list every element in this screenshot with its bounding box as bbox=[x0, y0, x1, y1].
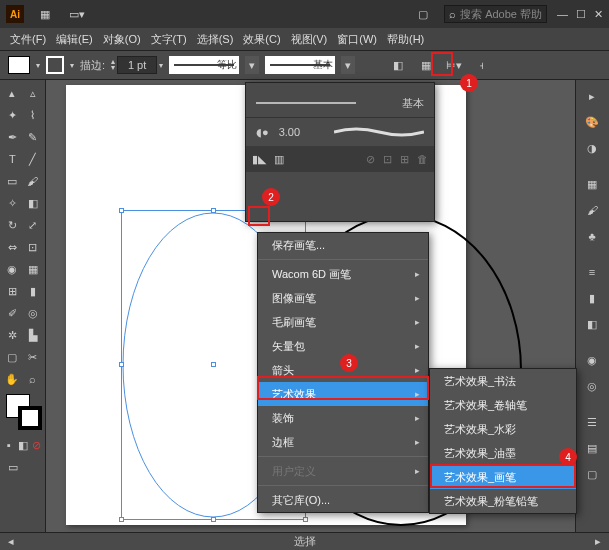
selection-tool[interactable]: ▴ bbox=[2, 82, 23, 104]
curvature-tool[interactable]: ✎ bbox=[23, 126, 44, 148]
close-button[interactable]: ✕ bbox=[594, 8, 603, 21]
brush-delete-icon[interactable]: 🗑 bbox=[417, 153, 428, 165]
shape-builder-tool[interactable]: ◉ bbox=[2, 258, 23, 280]
brush-dropdown[interactable]: ▾ bbox=[341, 56, 355, 74]
menu-bristle-brush[interactable]: 毛刷画笔 bbox=[258, 310, 428, 334]
menu-object[interactable]: 对象(O) bbox=[99, 30, 145, 49]
mesh-tool[interactable]: ⊞ bbox=[2, 280, 23, 302]
panel-artboards[interactable]: ▢ bbox=[578, 462, 606, 486]
stroke-swatch[interactable] bbox=[46, 56, 64, 74]
submenu-watercolor[interactable]: 艺术效果_水彩 bbox=[430, 417, 576, 441]
free-transform-tool[interactable]: ⊡ bbox=[23, 236, 44, 258]
lasso-tool[interactable]: ⌇ bbox=[23, 104, 44, 126]
menu-decorative[interactable]: 装饰 bbox=[258, 406, 428, 430]
stroke-dropdown[interactable]: ▾ bbox=[70, 61, 74, 70]
panel-swatches[interactable]: ▦ bbox=[578, 172, 606, 196]
panel-brushes[interactable]: 🖌 bbox=[578, 198, 606, 222]
brush-preview[interactable]: 基本 bbox=[265, 56, 335, 74]
panel-graphic-styles[interactable]: ◎ bbox=[578, 374, 606, 398]
menu-type[interactable]: 文字(T) bbox=[147, 30, 191, 49]
width-tool[interactable]: ⇔ bbox=[2, 236, 23, 258]
rectangle-tool[interactable]: ▭ bbox=[2, 170, 23, 192]
brush-libraries-menu-icon[interactable]: ▥ bbox=[274, 153, 284, 166]
screen-mode[interactable]: ▭ bbox=[2, 456, 24, 478]
brush-options-icon[interactable]: ⊡ bbox=[383, 153, 392, 166]
menu-wacom[interactable]: Wacom 6D 画笔 bbox=[258, 262, 428, 286]
slice-tool[interactable]: ✂ bbox=[23, 346, 44, 368]
menu-window[interactable]: 窗口(W) bbox=[333, 30, 381, 49]
maximize-button[interactable]: ☐ bbox=[576, 8, 586, 21]
menu-file[interactable]: 文件(F) bbox=[6, 30, 50, 49]
menu-select[interactable]: 选择(S) bbox=[193, 30, 238, 49]
opacity-icon[interactable]: ◧ bbox=[387, 54, 409, 76]
perspective-tool[interactable]: ▦ bbox=[23, 258, 44, 280]
fill-stroke-swatch[interactable] bbox=[6, 394, 42, 430]
panel-appearance[interactable]: ◉ bbox=[578, 348, 606, 372]
submenu-calligraphy[interactable]: 艺术效果_书法 bbox=[430, 369, 576, 393]
panel-assets[interactable]: ▤ bbox=[578, 436, 606, 460]
brush-3pt-row[interactable]: ◖● 3.00 bbox=[246, 118, 434, 146]
brush-new-icon[interactable]: ⊞ bbox=[400, 153, 409, 166]
statusbar-right-arrow[interactable]: ▸ bbox=[595, 535, 601, 548]
stroke-weight-input[interactable] bbox=[117, 56, 157, 74]
menu-borders[interactable]: 边框 bbox=[258, 430, 428, 454]
hand-tool[interactable]: ✋ bbox=[2, 368, 23, 390]
pen-tool[interactable]: ✒ bbox=[2, 126, 23, 148]
fill-dropdown[interactable]: ▾ bbox=[36, 61, 40, 70]
artboard-tool[interactable]: ▢ bbox=[2, 346, 23, 368]
shaper-tool[interactable]: ✧ bbox=[2, 192, 23, 214]
search-input[interactable]: ⌕ 搜索 Adobe 帮助 bbox=[444, 5, 547, 23]
menu-edit[interactable]: 编辑(E) bbox=[52, 30, 97, 49]
menu-image-brush[interactable]: 图像画笔 bbox=[258, 286, 428, 310]
brush-round-icon: ◖● bbox=[256, 126, 269, 139]
submenu-scroll-pen[interactable]: 艺术效果_卷轴笔 bbox=[430, 393, 576, 417]
panel-stroke[interactable]: ≡ bbox=[578, 260, 606, 284]
symbol-sprayer-tool[interactable]: ✲ bbox=[2, 324, 23, 346]
fill-swatch[interactable] bbox=[8, 56, 30, 74]
stroke-weight-dropdown[interactable]: ▾ bbox=[159, 61, 163, 70]
line-tool[interactable]: ╱ bbox=[23, 148, 44, 170]
color-mode[interactable]: ▪ bbox=[2, 434, 16, 456]
transform-icon[interactable]: ⫞ bbox=[471, 54, 493, 76]
menu-view[interactable]: 视图(V) bbox=[287, 30, 332, 49]
brush-basic-row[interactable]: 基本 bbox=[246, 89, 434, 117]
scale-tool[interactable]: ⤢ bbox=[23, 214, 44, 236]
menu-save-brushes[interactable]: 保存画笔... bbox=[258, 233, 428, 257]
panel-gradient[interactable]: ▮ bbox=[578, 286, 606, 310]
eyedropper-tool[interactable]: ✐ bbox=[2, 302, 23, 324]
profile-dropdown[interactable]: ▾ bbox=[245, 56, 259, 74]
menu-help[interactable]: 帮助(H) bbox=[383, 30, 428, 49]
stroke-spinner[interactable]: ▴▾ bbox=[111, 59, 115, 71]
panel-color-guide[interactable]: ◑ bbox=[578, 136, 606, 160]
minimize-button[interactable]: — bbox=[557, 8, 568, 21]
panel-transparency[interactable]: ◧ bbox=[578, 312, 606, 336]
type-tool[interactable]: T bbox=[2, 148, 23, 170]
submenu-chalk-pencil[interactable]: 艺术效果_粉笔铅笔 bbox=[430, 489, 576, 513]
statusbar-left-arrow[interactable]: ◂ bbox=[8, 535, 14, 548]
blend-tool[interactable]: ◎ bbox=[23, 302, 44, 324]
sync-icon[interactable]: ▢ bbox=[412, 3, 434, 25]
menu-effect[interactable]: 效果(C) bbox=[239, 30, 284, 49]
bridge-icon[interactable]: ▦ bbox=[34, 3, 56, 25]
zoom-tool[interactable]: ⌕ bbox=[23, 368, 44, 390]
brush-remove-icon[interactable]: ⊘ bbox=[366, 153, 375, 166]
gradient-tool[interactable]: ▮ bbox=[23, 280, 44, 302]
menu-other-library[interactable]: 其它库(O)... bbox=[258, 488, 428, 512]
eraser-tool[interactable]: ◧ bbox=[23, 192, 44, 214]
brush-libraries-icon[interactable]: ▮◣ bbox=[252, 153, 266, 166]
panel-symbols[interactable]: ♣ bbox=[578, 224, 606, 248]
menu-vector-pack[interactable]: 矢量包 bbox=[258, 334, 428, 358]
paintbrush-tool[interactable]: 🖌 bbox=[23, 170, 44, 192]
panel-properties[interactable]: ▸ bbox=[578, 84, 606, 108]
magic-wand-tool[interactable]: ✦ bbox=[2, 104, 23, 126]
rotate-tool[interactable]: ↻ bbox=[2, 214, 23, 236]
graph-tool[interactable]: ▙ bbox=[23, 324, 44, 346]
submenu-ink[interactable]: 艺术效果_油墨 bbox=[430, 441, 576, 465]
panel-color[interactable]: 🎨 bbox=[578, 110, 606, 134]
none-mode[interactable]: ⊘ bbox=[29, 434, 43, 456]
panel-layers[interactable]: ☰ bbox=[578, 410, 606, 434]
profile-preview[interactable]: 等比 bbox=[169, 56, 239, 74]
arrange-icon[interactable]: ▭▾ bbox=[66, 3, 88, 25]
gradient-mode[interactable]: ◧ bbox=[16, 434, 30, 456]
direct-selection-tool[interactable]: ▵ bbox=[23, 82, 44, 104]
